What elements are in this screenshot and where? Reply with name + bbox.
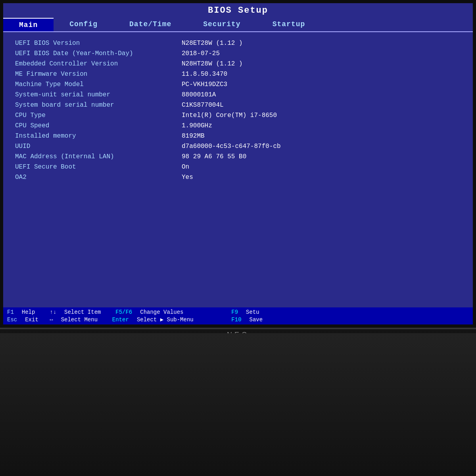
info-label: System-unit serial number [15,91,182,98]
info-row: OA2Yes [15,172,461,182]
status-row-1: F1 Help ↑↓ Select Item F5/F6 Change Valu… [7,309,469,315]
info-value: 11.8.50.3470 [182,71,227,78]
laptop-body: BIOS Setup Main Config Date/Time Securit… [0,0,476,476]
info-value: 8192MB [182,132,205,140]
info-row: UEFI BIOS VersionN28ET28W (1.12 ) [15,38,461,48]
key-esc: Esc [7,317,17,323]
info-row: System-unit serial number88000101A [15,90,461,100]
info-label: Embedded Controller Version [15,60,182,67]
info-row: Machine Type ModelPC-VKH19DZC3 [15,79,461,90]
info-value: N28HT28W (1.12 ) [182,60,243,67]
info-label: UUID [15,143,182,150]
bios-content: UEFI BIOS VersionN28ET28W (1.12 )UEFI BI… [3,32,473,324]
bios-screen: BIOS Setup Main Config Date/Time Securit… [3,3,473,324]
screen-bezel: BIOS Setup Main Config Date/Time Securit… [0,0,476,329]
info-label: System board serial number [15,102,182,109]
info-label: UEFI BIOS Version [15,40,182,47]
info-value: Yes [182,174,193,181]
info-row: UEFI Secure BootOn [15,162,461,172]
nav-item-startup[interactable]: Startup [257,18,321,31]
info-row: CPU TypeIntel(R) Core(TM) i7-8650 [15,110,461,121]
info-value: 1.900GHz [182,122,212,129]
info-value: On [182,163,189,171]
info-value: d7a60000-4c53-c647-87f0-cb [182,143,281,150]
info-value: 2018-07-25 [182,50,220,57]
info-label: Installed memory [15,132,182,140]
info-row: ME Firmware Version11.8.50.3470 [15,69,461,79]
info-value: Intel(R) Core(TM) i7-8650 [182,112,277,119]
info-row: Installed memory8192MB [15,131,461,141]
info-row: System board serial numberC1KS877004L [15,100,461,110]
nav-item-datetime[interactable]: Date/Time [113,18,187,31]
info-value: 88000101A [182,91,216,98]
nav-item-config[interactable]: Config [54,18,113,31]
info-label: Machine Type Model [15,81,182,88]
info-row: UUIDd7a60000-4c53-c647-87f0-cb [15,141,461,152]
info-value: C1KS877004L [182,102,224,109]
info-label: CPU Type [15,112,182,119]
info-label: ME Firmware Version [15,71,182,78]
info-label: UEFI Secure Boot [15,163,182,171]
info-row: MAC Address (Internal LAN)98 29 A6 76 55… [15,152,461,162]
bios-title: BIOS Setup [3,3,473,18]
info-row: CPU Speed1.900GHz [15,121,461,131]
nav-bar: Main Config Date/Time Security Startup [3,18,473,32]
info-label: OA2 [15,174,182,181]
info-value: PC-VKH19DZC3 [182,81,227,88]
status-bar: F1 Help ↑↓ Select Item F5/F6 Change Valu… [3,307,473,324]
info-label: CPU Speed [15,122,182,129]
info-value: N28ET28W (1.12 ) [182,40,243,47]
info-label: MAC Address (Internal LAN) [15,153,182,160]
status-row-2: Esc Exit ↔ Select Menu Enter Select ▶ Su… [7,316,469,323]
keyboard-area: F1 F2 F3 F4 F5 F6 F7 F8 F9 F10 F11 F12 ×… [0,333,476,476]
info-row: Embedded Controller VersionN28HT28W (1.1… [15,59,461,69]
info-table: UEFI BIOS VersionN28ET28W (1.12 )UEFI BI… [15,38,461,182]
info-label: UEFI BIOS Date (Year-Month-Day) [15,50,182,57]
nav-item-security[interactable]: Security [187,18,256,31]
nav-item-main[interactable]: Main [3,18,54,31]
info-row: UEFI BIOS Date (Year-Month-Day)2018-07-2… [15,48,461,59]
key-f1: F1 [7,309,14,315]
info-value: 98 29 A6 76 55 B0 [182,153,246,160]
